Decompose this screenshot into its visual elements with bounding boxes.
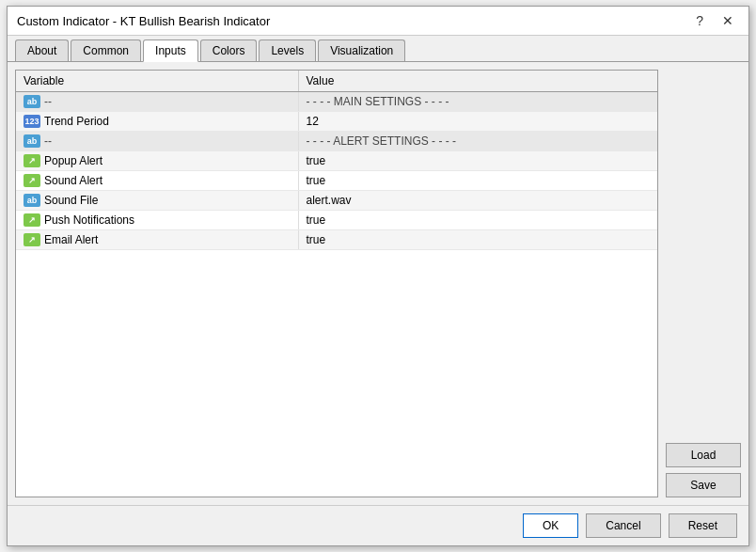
- row-icon-0: ab: [24, 95, 40, 108]
- variable-value-1[interactable]: 12: [298, 112, 657, 132]
- variable-name-2: --: [44, 134, 52, 148]
- help-button[interactable]: ?: [690, 12, 709, 29]
- cancel-button[interactable]: Cancel: [586, 513, 660, 538]
- variable-name-6: Push Notifications: [44, 213, 134, 227]
- variable-value-4[interactable]: true: [298, 171, 657, 191]
- variable-name-7: Email Alert: [44, 233, 98, 246]
- table-row[interactable]: ↗Push Notificationstrue: [16, 211, 657, 230]
- tab-about[interactable]: About: [15, 39, 69, 61]
- table-row[interactable]: ↗Popup Alerttrue: [16, 151, 657, 171]
- tab-colors[interactable]: Colors: [200, 39, 258, 61]
- variable-name-1: Trend Period: [44, 115, 109, 128]
- variable-name-3: Popup Alert: [44, 154, 102, 167]
- inputs-table-container: Variable Value ab--- - - - MAIN SETTINGS…: [15, 70, 658, 497]
- tab-inputs[interactable]: Inputs: [143, 39, 198, 62]
- col-value-header: Value: [298, 71, 657, 92]
- close-button[interactable]: ✕: [717, 12, 739, 29]
- dialog-title: Custom Indicator - KT Bullish Bearish In…: [17, 14, 270, 28]
- footer: OK Cancel Reset: [8, 505, 748, 545]
- title-controls: ? ✕: [690, 12, 739, 29]
- tab-bar: AboutCommonInputsColorsLevelsVisualizati…: [8, 36, 748, 62]
- load-button[interactable]: Load: [666, 443, 741, 467]
- variable-value-2[interactable]: - - - - ALERT SETTINGS - - - -: [298, 132, 657, 151]
- tab-levels[interactable]: Levels: [259, 39, 316, 61]
- variable-value-5[interactable]: alert.wav: [298, 191, 657, 211]
- variable-value-7[interactable]: true: [298, 230, 657, 250]
- table-row[interactable]: ↗Email Alerttrue: [16, 230, 657, 250]
- row-icon-6: ↗: [24, 213, 40, 227]
- table-row[interactable]: ab--- - - - MAIN SETTINGS - - - -: [16, 92, 657, 112]
- tab-common[interactable]: Common: [71, 39, 141, 61]
- row-icon-3: ↗: [24, 154, 40, 167]
- dialog: Custom Indicator - KT Bullish Bearish In…: [7, 6, 749, 546]
- table-row[interactable]: abSound Filealert.wav: [16, 191, 657, 211]
- tab-visualization[interactable]: Visualization: [318, 39, 405, 61]
- table-row[interactable]: ↗Sound Alerttrue: [16, 171, 657, 191]
- row-icon-7: ↗: [24, 233, 40, 246]
- variable-value-3[interactable]: true: [298, 151, 657, 171]
- title-bar: Custom Indicator - KT Bullish Bearish In…: [8, 7, 748, 36]
- reset-button[interactable]: Reset: [669, 513, 737, 538]
- table-row[interactable]: ab--- - - - ALERT SETTINGS - - - -: [16, 132, 657, 151]
- row-icon-2: ab: [24, 134, 40, 148]
- row-icon-5: ab: [24, 194, 40, 207]
- variable-value-0[interactable]: - - - - MAIN SETTINGS - - - -: [298, 92, 657, 112]
- side-buttons: Load Save: [666, 70, 741, 497]
- row-icon-4: ↗: [24, 174, 40, 187]
- row-icon-1: 123: [24, 115, 40, 128]
- ok-button[interactable]: OK: [523, 513, 578, 538]
- inputs-table: Variable Value ab--- - - - MAIN SETTINGS…: [16, 71, 657, 250]
- table-row[interactable]: 123Trend Period12: [16, 112, 657, 132]
- save-button[interactable]: Save: [666, 473, 741, 497]
- main-content: Variable Value ab--- - - - MAIN SETTINGS…: [8, 62, 748, 505]
- variable-name-4: Sound Alert: [44, 174, 102, 187]
- variable-value-6[interactable]: true: [298, 211, 657, 230]
- variable-name-5: Sound File: [44, 194, 98, 207]
- col-variable-header: Variable: [16, 71, 298, 92]
- variable-name-0: --: [44, 95, 52, 108]
